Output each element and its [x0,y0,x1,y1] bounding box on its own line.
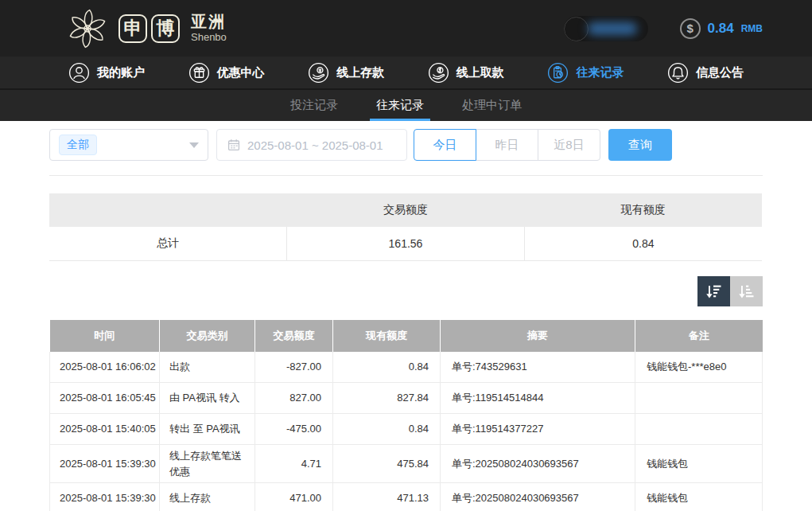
content-area: 全部 2025-08-01 ~ 2025-08-01 今日 昨日 近8日 查询 [0,121,812,511]
selected-type-tag[interactable]: 全部 [59,135,97,155]
quick-range-group: 今日 昨日 近8日 [414,129,600,161]
nav-label: 往来记录 [576,65,624,80]
nav-item-deposit[interactable]: 线上存款 [308,62,384,84]
cell-balance: 475.84 [333,445,441,483]
bell-icon [667,62,689,84]
withdraw-icon [428,62,449,84]
topbar: 申 博 亚洲 Shenbo $ 0.84 RMB [0,0,812,57]
cell-amount: 471.00 [255,483,333,511]
deposit-icon [308,62,329,84]
nav-label: 线上取款 [457,65,504,80]
cell-summary: 单号:119514514844 [441,383,635,414]
last-8-days-button[interactable]: 近8日 [538,129,600,161]
user-account-blurred[interactable] [564,16,648,41]
tab-bet-records[interactable]: 投注记录 [286,90,342,121]
brand-char-2: 博 [151,14,180,43]
yesterday-button[interactable]: 昨日 [476,129,538,161]
cell-summary: 单号:202508024030693567 [441,483,635,511]
sort-controls [49,276,763,306]
record-subtabs: 投注记录 往来记录 处理中订单 [0,88,812,121]
cell-type: 线上存款 [160,483,255,511]
summary-header-row: 交易额度 现有额度 [49,193,762,227]
records-icon [547,62,569,84]
date-range-value: 2025-08-01 ~ 2025-08-01 [247,138,383,152]
table-row: 2025-08-01 15:39:30 线上存款笔笔送优惠 4.71 475.8… [50,445,763,483]
sort-descending-icon [705,282,724,301]
tab-label: 往来记录 [376,98,424,113]
cell-balance: 827.84 [333,383,441,414]
brand-region: 亚洲 [191,14,227,30]
brand-subtitle: Shenbo [191,32,227,43]
col-header-amount: 交易额度 [255,320,333,352]
cell-note: 钱能钱包 [635,483,763,511]
nav-item-my-account[interactable]: 我的账户 [68,62,145,84]
sort-ascending-button[interactable] [730,276,763,306]
tab-label: 处理中订单 [462,98,522,113]
summary-total-label: 总计 [49,227,287,260]
cell-time: 2025-08-01 16:05:45 [50,383,160,414]
cell-balance: 471.13 [333,483,441,511]
brand-char-1: 申 [118,14,147,43]
date-range-input[interactable]: 2025-08-01 ~ 2025-08-01 [216,129,407,161]
cell-note [635,383,763,414]
cell-time: 2025-08-01 16:06:02 [50,352,160,383]
topbar-right: $ 0.84 RMB [564,16,763,41]
cell-amount: -827.00 [255,352,333,383]
cell-time: 2025-08-01 15:39:30 [50,483,160,511]
col-header-time: 时间 [50,320,160,352]
blurred-username [588,22,637,35]
cell-type: 由 PA视讯 转入 [160,383,255,414]
nav-item-announcements[interactable]: 信息公告 [667,62,744,84]
cell-amount: -475.00 [255,414,333,445]
cell-summary: 单号:119514377227 [441,414,635,445]
cell-amount: 827.00 [255,383,333,414]
nav-label: 优惠中心 [217,65,265,80]
brand-name: 申 博 [118,14,180,43]
col-header-balance: 现有额度 [333,320,441,352]
tab-label: 投注记录 [290,98,338,113]
balance-display[interactable]: $ 0.84 RMB [680,18,763,39]
cell-summary: 单号:202508024030693567 [441,445,635,483]
table-row: 2025-08-01 15:40:05 转出 至 PA视讯 -475.00 0.… [50,414,763,445]
cell-note: 钱能钱包-***e8e0 [635,352,763,383]
dollar-circle-icon: $ [680,18,701,39]
cell-summary: 单号:743529631 [441,352,635,383]
filter-row: 全部 2025-08-01 ~ 2025-08-01 今日 昨日 近8日 查询 [49,129,763,161]
nav-item-transaction-records[interactable]: 往来记录 [547,62,624,84]
summary-total-balance: 0.84 [524,227,762,260]
nav-item-withdraw[interactable]: 线上取款 [428,62,504,84]
nav-label: 信息公告 [696,65,744,80]
balance-currency: RMB [741,23,763,34]
tab-transaction-records[interactable]: 往来记录 [372,90,428,121]
transaction-type-dropdown[interactable]: 全部 [49,129,208,161]
cell-type: 出款 [160,352,255,383]
col-header-note: 备注 [635,320,763,352]
summary-table: 交易额度 现有额度 总计 161.56 0.84 [49,193,762,261]
calendar-icon [227,138,240,151]
records-header-row: 时间 交易类别 交易额度 现有额度 摘要 备注 [50,320,763,352]
cell-note: 钱能钱包 [635,445,763,483]
table-row: 2025-08-01 16:06:02 出款 -827.00 0.84 单号:7… [50,352,763,383]
cell-type: 转出 至 PA视讯 [160,414,255,445]
cell-note [635,414,763,445]
col-header-summary: 摘要 [441,320,635,352]
nav-label: 线上存款 [336,65,384,80]
tab-pending-orders[interactable]: 处理中订单 [458,90,526,121]
summary-header-balance: 现有额度 [524,193,762,227]
gift-icon [188,62,210,84]
chevron-down-icon [189,142,199,148]
cell-amount: 4.71 [255,445,333,483]
cell-time: 2025-08-01 15:39:30 [50,445,160,483]
col-header-type: 交易类别 [160,320,255,352]
nav-label: 我的账户 [97,65,145,80]
user-icon [68,62,90,84]
cell-balance: 0.84 [333,352,441,383]
summary-header-amount: 交易额度 [287,193,525,227]
sort-descending-button[interactable] [697,276,730,306]
nav-item-promotions[interactable]: 优惠中心 [188,62,265,84]
brand-logo[interactable]: 申 博 亚洲 Shenbo [66,7,227,50]
main-nav: 我的账户 优惠中心 线上存款 线上取款 [0,57,812,88]
query-button[interactable]: 查询 [608,129,672,161]
today-button[interactable]: 今日 [414,129,476,161]
summary-total-row: 总计 161.56 0.84 [49,227,762,260]
